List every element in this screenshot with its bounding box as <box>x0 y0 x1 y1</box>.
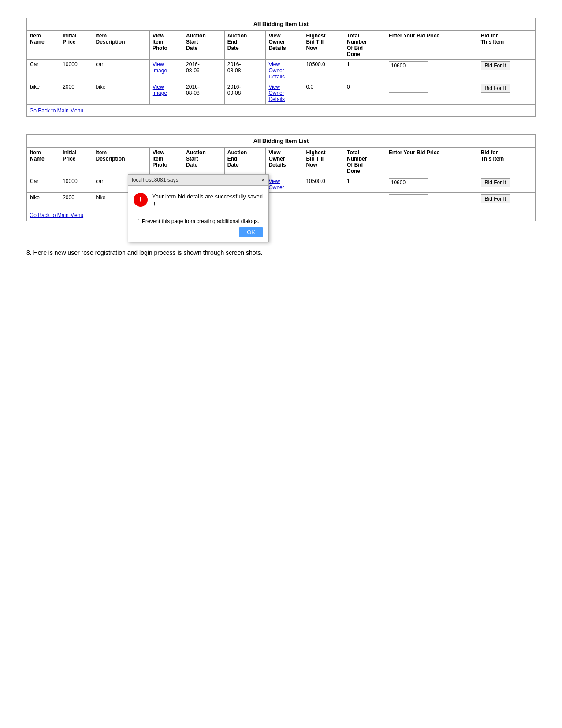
dialog-message-text: Your item bid details are successfully s… <box>152 193 263 209</box>
col-bid-for-item: Bid forThis Item <box>478 148 535 176</box>
col-highest-bid: HighestBid TillNow <box>303 148 344 176</box>
cell-owner-details: ViewOwner <box>266 176 303 193</box>
col-highest-bid: HighestBid TillNow <box>303 31 344 60</box>
view-owner-link[interactable]: ViewOwnerDetails <box>268 84 285 102</box>
cell-owner-details: ViewOwnerDetails <box>266 82 303 105</box>
col-total-bids: TotalNumberOf BidDone <box>344 148 386 176</box>
cell-total-bids <box>344 193 386 209</box>
col-auction-start-date: AuctionStartDate <box>183 31 225 60</box>
dialog-close-button[interactable]: × <box>261 176 265 183</box>
cell-item-name: Car <box>27 176 60 193</box>
dialog-icon-label: ! <box>139 195 142 205</box>
alert-dialog: localhost:8081 says: × ! Your item bid d… <box>128 174 269 242</box>
col-auction-start-date: AuctionStartDate <box>183 148 225 176</box>
back-to-main-link-2[interactable]: Go Back to Main Menu <box>27 209 535 221</box>
cell-total-bids: 1 <box>344 176 386 193</box>
col-initial-price: InitialPrice <box>60 31 93 60</box>
table-row: Car 10000 car ViewImage 2016-08-06 2016-… <box>27 60 535 82</box>
back-to-main-link[interactable]: Go Back to Main Menu <box>27 105 535 116</box>
dialog-ok-button[interactable]: OK <box>239 227 263 237</box>
cell-item-name: Car <box>27 60 60 82</box>
cell-item-name: bike <box>27 82 60 105</box>
dialog-body: ! Your item bid details are successfully… <box>128 186 268 216</box>
cell-initial-price: 2000 <box>60 193 93 209</box>
cell-end-date: 2016-08-08 <box>224 60 266 82</box>
col-item-description: ItemDescription <box>93 31 149 60</box>
cell-initial-price: 2000 <box>60 82 93 105</box>
cell-owner-details: ViewOwnerDetails <box>266 60 303 82</box>
bid-for-it-button[interactable]: Bid For It <box>481 194 510 203</box>
cell-total-bids: 0 <box>344 82 386 105</box>
cell-view-photo: ViewImage <box>149 82 183 105</box>
cell-highest-bid: 10500.0 <box>303 176 344 193</box>
bid-price-input[interactable] <box>389 194 428 203</box>
bid-price-input[interactable] <box>389 84 428 93</box>
footnote-text: Here is new user rose registration and l… <box>33 249 263 256</box>
footnote-section: 8. Here is new user rose registration an… <box>26 248 536 258</box>
bid-for-it-button[interactable]: Bid For It <box>481 84 510 93</box>
bid-price-input[interactable] <box>389 178 428 187</box>
dialog-ok-row: OK <box>134 227 263 237</box>
table2-header-row: ItemName InitialPrice ItemDescription Vi… <box>27 148 535 176</box>
col-enter-bid-price: Enter Your Bid Price <box>386 148 478 176</box>
view-owner-link[interactable]: ViewOwner <box>268 178 284 190</box>
cell-owner-details <box>266 193 303 209</box>
cell-bid-input[interactable] <box>386 193 478 209</box>
cell-bid-button[interactable]: Bid For It <box>478 82 535 105</box>
col-view-item-photo: ViewItemPhoto <box>149 148 183 176</box>
table-row: Car 10000 car ViewIm... 2016-08-06 2016-… <box>27 176 535 193</box>
col-item-name: ItemName <box>27 31 60 60</box>
table-row: bike 2000 bike ViewImage 2016-08-08 2016… <box>27 82 535 105</box>
dialog-warning-icon: ! <box>134 193 148 207</box>
dialog-footer: Prevent this page from creating addition… <box>128 216 268 242</box>
table2: ItemName InitialPrice ItemDescription Vi… <box>27 147 535 209</box>
table1-header-row: ItemName InitialPrice ItemDescription Vi… <box>27 31 535 60</box>
table-row: bike 2000 bike VI... 2016-08-08 2016-09-… <box>27 193 535 209</box>
cell-start-date: 2016-08-08 <box>183 82 225 105</box>
col-auction-end-date: AuctionEndDate <box>224 31 266 60</box>
bid-for-it-button[interactable]: Bid For It <box>481 178 510 187</box>
section-table2: All Bidding Item List ItemName InitialPr… <box>26 134 536 221</box>
cell-view-photo: ViewImage <box>149 60 183 82</box>
prevent-dialogs-checkbox[interactable] <box>134 219 139 224</box>
cell-initial-price: 10000 <box>60 60 93 82</box>
dialog-prevent-row: Prevent this page from creating addition… <box>134 218 263 224</box>
cell-start-date: 2016-08-06 <box>183 60 225 82</box>
cell-highest-bid <box>303 193 344 209</box>
col-enter-bid-price: Enter Your Bid Price <box>386 31 478 60</box>
cell-end-date: 2016-09-08 <box>224 82 266 105</box>
cell-bid-button[interactable]: Bid For It <box>478 60 535 82</box>
col-view-owner-details: ViewOwnerDetails <box>266 148 303 176</box>
view-image-link[interactable]: ViewImage <box>153 61 167 74</box>
col-view-item-photo: ViewItemPhoto <box>149 31 183 60</box>
table2-title: All Bidding Item List <box>27 135 535 147</box>
bid-for-it-button[interactable]: Bid For It <box>481 61 510 70</box>
prevent-dialogs-label: Prevent this page from creating addition… <box>142 218 259 224</box>
col-item-description: ItemDescription <box>93 148 149 176</box>
cell-highest-bid: 0.0 <box>303 82 344 105</box>
table1: ItemName InitialPrice ItemDescription Vi… <box>27 30 535 105</box>
cell-bid-input[interactable] <box>386 60 478 82</box>
cell-bid-button[interactable]: Bid For It <box>478 176 535 193</box>
col-item-name: ItemName <box>27 148 60 176</box>
bid-price-input[interactable] <box>389 61 428 70</box>
cell-initial-price: 10000 <box>60 176 93 193</box>
cell-bid-button[interactable]: Bid For It <box>478 193 535 209</box>
col-initial-price: InitialPrice <box>60 148 93 176</box>
cell-bid-input[interactable] <box>386 176 478 193</box>
cell-item-description: car <box>93 60 149 82</box>
view-owner-link[interactable]: ViewOwnerDetails <box>268 61 285 80</box>
col-bid-for-item: Bid forThis Item <box>478 31 535 60</box>
col-auction-end-date: AuctionEndDate <box>224 148 266 176</box>
cell-item-description: bike <box>93 82 149 105</box>
col-view-owner-details: ViewOwnerDetails <box>266 31 303 60</box>
cell-highest-bid: 10500.0 <box>303 60 344 82</box>
view-image-link[interactable]: ViewImage <box>153 84 167 96</box>
cell-bid-input[interactable] <box>386 82 478 105</box>
dialog-header-text: localhost:8081 says: <box>132 177 180 183</box>
table1-title: All Bidding Item List <box>27 18 535 30</box>
col-total-bids: TotalNumberOf BidDone <box>344 31 386 60</box>
section-table1: All Bidding Item List ItemName InitialPr… <box>26 18 536 117</box>
cell-item-name: bike <box>27 193 60 209</box>
table1-container: All Bidding Item List ItemName InitialPr… <box>26 18 536 117</box>
